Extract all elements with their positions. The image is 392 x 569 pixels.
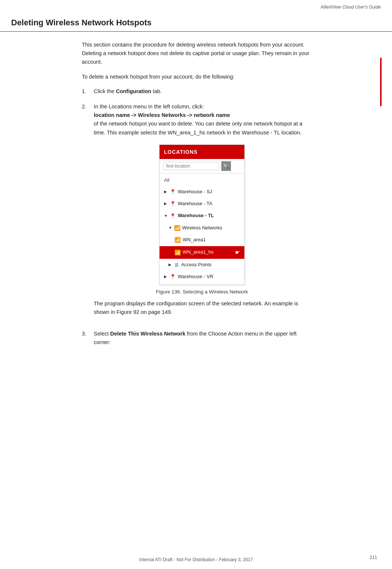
loc-icon-wireless: 📶 [174,224,180,232]
loc-arrow-vr: ▶ [164,274,168,280]
loc-all-label: All [164,177,169,184]
loc-label-ta: Warehouse - TA [178,200,212,208]
location-search-button[interactable]: 🔍 [221,161,231,171]
loc-arrow-access: ▶ [168,262,172,268]
step-1-bold: Configuration [116,88,151,94]
step-1-content: Click the Configuration tab. [94,87,310,96]
step-2: 2. In the Locations menu in the left col… [82,102,310,323]
locations-panel-header: LOCATIONS [160,145,244,159]
loc-arrow-ta: ▶ [164,201,168,207]
loc-arrow-wireless: ▼ [168,225,172,231]
intro-paragraph-1: This section contains the procedure for … [82,41,310,67]
loc-item-warehouse-sj[interactable]: ▶ 📍 Warehouse - SJ [160,186,244,198]
loc-item-warehouse-ta[interactable]: ▶ 📍 Warehouse - TA [160,198,244,210]
step-2-content: In the Locations menu in the left column… [94,102,310,323]
loc-pin-vr: 📍 [170,273,176,281]
loc-icon-access: 🖥 [174,261,179,269]
loc-label-wireless: Wireless Networks [182,224,222,232]
loc-label-tl: Warehouse - TL [178,212,214,220]
step-3-num: 3. [82,330,90,338]
step-2-extra: of the network hotspot you want to delet… [94,121,302,135]
loc-label-wn1: WN_area1 [183,236,206,244]
step-3: 3. Select Delete This Wireless Network f… [82,330,310,347]
loc-item-wn-area1[interactable]: 📶 WN_area1 [160,234,244,246]
step-1: 1. Click the Configuration tab. [82,87,310,96]
loc-icon-wn1: 📶 [174,236,181,244]
step-3-bold: Delete This Wireless Network [110,331,185,337]
loc-label-vr: Warehouse - VR [178,273,213,281]
loc-label-access: Access Points [181,261,212,269]
loc-label-sj: Warehouse - SJ [178,188,212,196]
content-area: This section contains the procedure for … [0,41,392,347]
location-search-input[interactable] [163,162,219,170]
loc-label-wn1hs: WN_area1_hs [183,248,213,256]
loc-item-warehouse-tl[interactable]: ▼ 📍 Warehouse - TL [160,210,244,222]
loc-pin-tl: 📍 [170,212,176,220]
step-2-num: 2. [82,102,90,111]
intro-paragraph-2: To delete a network hotspot from your ac… [82,73,310,81]
loc-pin-ta: 📍 [170,200,176,208]
header-title: AlliedView Cloud User's Guide [321,4,381,10]
cursor-icon: ☛ [235,248,240,257]
locations-search-row: 🔍 [160,159,244,174]
loc-item-wireless-networks[interactable]: ▼ 📶 Wireless Networks [160,222,244,234]
locations-panel: LOCATIONS 🔍 All [159,144,245,285]
page-footer: Internal ATI Draft - Not For Distributio… [0,557,392,562]
loc-item-wn-area1-hs[interactable]: 📶 WN_area1_hs ☛ [160,246,244,259]
after-figure-text: The program displays the configuration s… [94,299,310,317]
section-title: Deleting Wireless Network Hotspots [0,11,392,32]
figure-caption: Figure 136. Selecting a Wireless Network [156,288,248,296]
loc-arrow-sj: ▶ [164,189,168,195]
loc-pin-sj: 📍 [170,188,176,196]
step-2-text: In the Locations menu in the left column… [94,104,204,109]
accent-bar [380,58,382,106]
loc-item-access-points[interactable]: ▶ 🖥 Access Points [160,259,244,271]
step-1-num: 1. [82,87,90,96]
steps-list: 1. Click the Configuration tab. 2. In th… [82,87,310,347]
loc-item-all[interactable]: All [160,175,244,186]
loc-arrow-tl: ▼ [164,213,168,219]
step-2-bold: location name -> Wireless Networks -> ne… [94,112,230,118]
step-3-content: Select Delete This Wireless Network from… [94,330,310,347]
loc-icon-wn1hs: 📶 [174,248,181,257]
loc-item-warehouse-vr[interactable]: ▶ 📍 Warehouse - VR [160,271,244,283]
location-list: All ▶ 📍 Warehouse - SJ ▶ 📍 [160,174,244,284]
page-header: AlliedView Cloud User's Guide [0,0,392,11]
locations-panel-wrapper: LOCATIONS 🔍 All [94,144,310,296]
